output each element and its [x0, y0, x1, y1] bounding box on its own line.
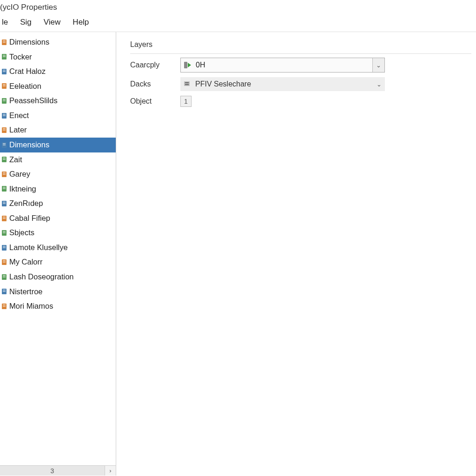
- tree-item-label: Tocker: [9, 51, 32, 63]
- svg-rect-22: [3, 143, 6, 144]
- svg-rect-61: [185, 84, 189, 85]
- svg-marker-58: [188, 63, 191, 67]
- sidebar: DimensionsTockerCrat HalozEeleationPeass…: [0, 32, 116, 476]
- svg-rect-38: [3, 218, 6, 219]
- doc-blue-icon: [1, 112, 7, 119]
- svg-rect-41: [3, 232, 6, 233]
- svg-rect-8: [3, 71, 6, 72]
- svg-rect-59: [184, 81, 190, 86]
- tree-item[interactable]: Nistertroe: [0, 284, 116, 299]
- tree-item[interactable]: Sbjects: [0, 225, 116, 240]
- tree-item[interactable]: PeassehSlilds: [0, 93, 116, 108]
- tree-item-label: Lash Doseogration: [9, 271, 74, 283]
- svg-rect-37: [3, 217, 6, 218]
- tree-item[interactable]: Lash Doseogration: [0, 270, 116, 284]
- tree-item[interactable]: Later: [0, 123, 116, 138]
- tree-item[interactable]: Lamote Klusellye: [0, 240, 116, 255]
- svg-rect-2: [3, 42, 6, 43]
- field-label-dacks: Dacks: [130, 80, 180, 88]
- chevron-down-icon: ⌄: [376, 62, 381, 69]
- object-value-box[interactable]: 1: [180, 96, 192, 107]
- svg-rect-47: [3, 262, 6, 263]
- doc-green-icon: [1, 156, 7, 163]
- menu-item-view[interactable]: View: [42, 17, 63, 28]
- svg-rect-46: [3, 260, 6, 261]
- doc-orange-icon: [1, 171, 7, 178]
- tree-item[interactable]: Tocker: [0, 50, 116, 65]
- svg-rect-31: [3, 187, 6, 188]
- menu-item-file[interactable]: le: [0, 17, 10, 28]
- doc-green-icon: [1, 230, 7, 236]
- tree-item[interactable]: Crat Haloz: [0, 64, 116, 79]
- caarcply-dropdown-button[interactable]: ⌄: [372, 58, 384, 72]
- svg-rect-34: [3, 202, 6, 203]
- doc-green-icon: [1, 53, 7, 60]
- dacks-value: PFIV Seslechare: [192, 80, 373, 88]
- doc-green-icon: [1, 98, 7, 104]
- tree-item-label: Iktneing: [9, 183, 36, 195]
- tree-item[interactable]: ZenRıdep: [0, 196, 116, 211]
- tree-item[interactable]: Dimensions: [0, 138, 116, 152]
- tree-item[interactable]: Enect: [0, 108, 116, 123]
- tree-item[interactable]: Eeleation: [0, 79, 116, 94]
- svg-rect-20: [3, 130, 6, 131]
- svg-rect-25: [3, 158, 6, 159]
- doc-green-icon: [1, 185, 7, 192]
- tree-item-label: Crat Haloz: [9, 66, 46, 78]
- menu-item-help[interactable]: Help: [71, 17, 91, 28]
- window-title: (ycIO Properties: [0, 0, 476, 14]
- doc-blue-icon: [1, 68, 7, 75]
- caarcply-combobox[interactable]: 0H ⌄: [180, 58, 385, 73]
- tree-item[interactable]: Cabal Fifiep: [0, 211, 116, 226]
- chevron-down-icon: ⌄: [377, 81, 382, 88]
- tree-item-label: Cabal Fifiep: [9, 212, 50, 225]
- svg-rect-26: [3, 159, 6, 160]
- tree-item[interactable]: Garey: [0, 167, 116, 182]
- doc-orange-icon: [1, 215, 7, 222]
- tree-item-label: Zait: [9, 154, 22, 166]
- tree-item-label: My Calorr: [9, 256, 43, 268]
- tree-item[interactable]: My Calorr: [0, 255, 116, 270]
- svg-rect-55: [3, 304, 6, 305]
- tree-item[interactable]: Mori Miamos: [0, 299, 116, 314]
- doc-blue-icon: [1, 142, 7, 148]
- doc-blue-icon: [1, 288, 7, 295]
- dacks-combobox[interactable]: PFIV Seslechare ⌄: [180, 77, 385, 91]
- svg-rect-13: [3, 99, 6, 100]
- svg-rect-35: [3, 203, 6, 204]
- tree-item[interactable]: Zait: [0, 152, 116, 167]
- properties-panel: Layers Caarcply 0H ⌄ Dacks PF: [116, 32, 476, 476]
- scroll-right-button[interactable]: ›: [105, 466, 116, 476]
- svg-rect-17: [3, 115, 6, 116]
- tree-item[interactable]: Iktneing: [0, 182, 116, 197]
- tree-item-label: Dimensions: [9, 36, 49, 48]
- svg-rect-49: [3, 275, 6, 276]
- doc-orange-icon: [1, 83, 7, 89]
- doc-green-icon: [1, 274, 7, 280]
- svg-rect-60: [185, 82, 189, 83]
- tree-view[interactable]: DimensionsTockerCrat HalozEeleationPeass…: [0, 32, 116, 465]
- group-label-layers: Layers: [130, 40, 471, 49]
- svg-rect-19: [3, 128, 6, 129]
- svg-rect-1: [3, 40, 6, 41]
- doc-orange-icon: [1, 39, 7, 46]
- svg-rect-14: [3, 100, 6, 101]
- status-value: 3: [0, 467, 105, 475]
- dacks-dropdown-button[interactable]: ⌄: [373, 77, 385, 91]
- svg-rect-43: [3, 246, 6, 247]
- svg-rect-44: [3, 247, 6, 248]
- tree-item-label: Enect: [9, 110, 29, 122]
- menu-item-sig[interactable]: Sig: [18, 17, 33, 28]
- doc-orange-icon: [1, 127, 7, 133]
- svg-rect-10: [3, 84, 6, 85]
- doc-orange-icon: [1, 303, 7, 310]
- tree-item-label: Eeleation: [9, 80, 41, 93]
- svg-rect-32: [3, 188, 6, 189]
- svg-rect-53: [3, 291, 6, 292]
- tree-item[interactable]: Dimensions: [0, 35, 116, 50]
- svg-rect-40: [3, 231, 6, 232]
- tree-item-label: Lamote Klusellye: [9, 242, 68, 254]
- field-label-caarcply: Caarcply: [130, 61, 180, 69]
- tree-item-label: ZenRıdep: [9, 198, 43, 210]
- svg-rect-50: [3, 277, 6, 278]
